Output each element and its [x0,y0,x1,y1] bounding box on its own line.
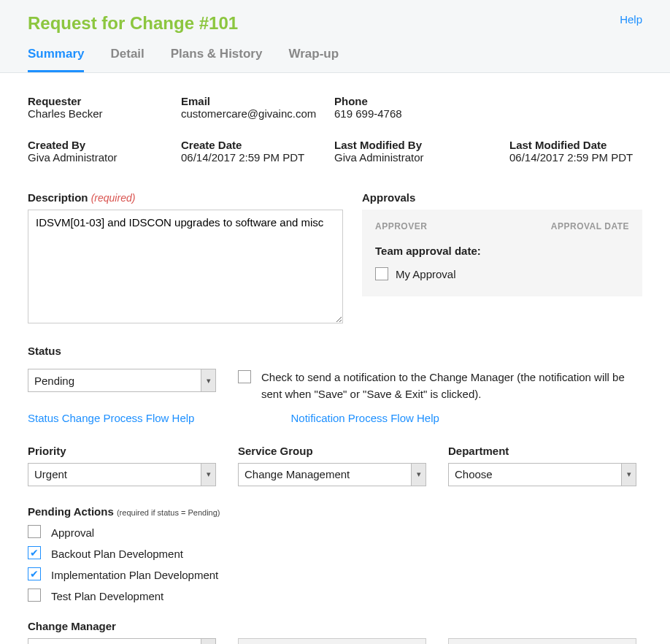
status-value: Pending [34,375,74,387]
pending-action-label: Test Plan Development [51,589,163,604]
department-value: Choose [455,468,493,480]
approver-header: APPROVER [375,221,427,231]
priority-select[interactable]: Urgent ▾ [28,463,216,486]
service-group-value: Change Management [244,468,350,480]
notify-text: Check to send a notification to the Chan… [261,369,632,403]
label-description: Description [28,191,88,204]
chevron-down-icon: ▾ [201,639,215,645]
value-create-date: 06/14/2017 2:59 PM PDT [181,151,334,164]
pending-action-label: Implementation Plan Development [51,567,218,583]
value-last-mod-date: 06/14/2017 2:59 PM PDT [509,151,670,164]
service-group-select[interactable]: Change Management ▾ [238,463,426,486]
label-last-mod-by: Last Modified By [334,139,509,151]
change-manager-phone: Phone [448,638,636,645]
status-help-link[interactable]: Status Change Process Flow Help [28,412,194,424]
label-last-mod-date: Last Modified Date [509,139,670,151]
label-priority: Priority [28,445,66,457]
description-textarea[interactable] [28,210,343,323]
description-required: (required) [91,192,136,204]
label-create-date: Create Date [181,139,334,151]
label-requester: Requester [28,95,181,107]
label-phone: Phone [334,95,509,107]
my-approval-checkbox[interactable] [375,267,388,280]
tab-detail[interactable]: Detail [110,47,144,72]
tab-plans-history[interactable]: Plans & History [171,47,263,72]
pending-action-checkbox[interactable] [28,525,41,538]
label-pending-actions: Pending Actions [28,505,114,518]
pending-action-checkbox[interactable] [28,567,41,580]
team-approval-date: Team approval date: [375,245,629,257]
notify-checkbox[interactable] [238,370,251,383]
pending-action-item: Backout Plan Development [28,546,232,561]
pending-action-checkbox[interactable] [28,546,41,559]
pending-action-item: Implementation Plan Development [28,567,232,583]
status-select[interactable]: Pending ▾ [28,369,216,392]
value-requester: Charles Becker [28,107,181,120]
pending-action-label: Approval [51,525,94,540]
chevron-down-icon: ▾ [201,369,215,391]
label-created-by: Created By [28,139,181,151]
label-change-manager: Change Manager [28,620,116,632]
approvals-box: APPROVER APPROVAL DATE Team approval dat… [362,210,642,296]
value-last-mod-by: Giva Administrator [334,151,509,164]
help-link[interactable]: Help [620,13,642,26]
department-select[interactable]: Choose ▾ [448,463,636,486]
chevron-down-icon: ▾ [411,464,426,486]
my-approval-label: My Approval [396,268,456,280]
pending-action-item: Test Plan Development [28,589,232,604]
pending-action-label: Backout Plan Development [51,546,183,561]
value-phone: 619 699-4768 [334,107,509,120]
label-status: Status [28,345,61,357]
page-title: Request for Change #101 [28,13,238,34]
label-email: Email [181,95,334,107]
label-department: Department [448,445,509,457]
tabs: SummaryDetailPlans & HistoryWrap-up [28,47,642,72]
pending-action-item: Approval [28,525,232,540]
approval-date-header: APPROVAL DATE [551,221,629,231]
change-manager-email: Email [238,638,426,645]
value-email: customercare@givainc.com [181,107,334,120]
label-approvals: Approvals [362,191,415,204]
pending-actions-hint: (required if status = Pending) [117,508,220,517]
value-created-by: Giva Administrator [28,151,181,164]
tab-wrap-up[interactable]: Wrap-up [288,47,339,72]
chevron-down-icon: ▾ [621,464,636,486]
priority-value: Urgent [34,468,67,480]
chevron-down-icon: ▾ [201,464,215,486]
label-service-group: Service Group [238,445,313,457]
change-manager-select[interactable]: Choose ▾ [28,638,216,645]
pending-action-checkbox[interactable] [28,589,41,602]
tab-summary[interactable]: Summary [28,47,84,72]
notification-help-link[interactable]: Notification Process Flow Help [290,412,439,424]
